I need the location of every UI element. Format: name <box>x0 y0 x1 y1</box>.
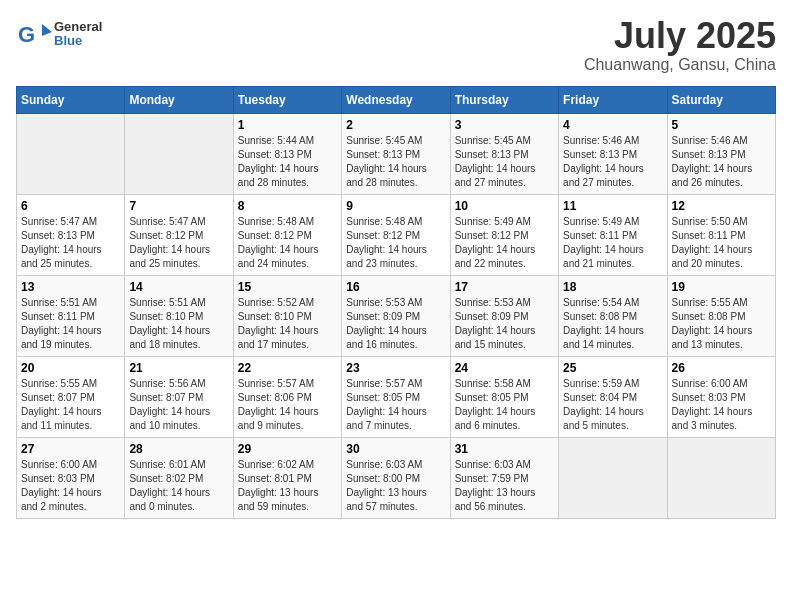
calendar-week-row: 20Sunrise: 5:55 AMSunset: 8:07 PMDayligh… <box>17 356 776 437</box>
day-info: Sunrise: 5:53 AMSunset: 8:09 PMDaylight:… <box>455 296 554 352</box>
day-number: 27 <box>21 442 120 456</box>
day-info: Sunrise: 5:47 AMSunset: 8:12 PMDaylight:… <box>129 215 228 271</box>
day-info: Sunrise: 5:56 AMSunset: 8:07 PMDaylight:… <box>129 377 228 433</box>
calendar-cell: 22Sunrise: 5:57 AMSunset: 8:06 PMDayligh… <box>233 356 341 437</box>
calendar-cell: 25Sunrise: 5:59 AMSunset: 8:04 PMDayligh… <box>559 356 667 437</box>
day-info: Sunrise: 5:45 AMSunset: 8:13 PMDaylight:… <box>455 134 554 190</box>
calendar-cell: 5Sunrise: 5:46 AMSunset: 8:13 PMDaylight… <box>667 113 775 194</box>
logo-icon: G <box>16 16 52 52</box>
day-number: 16 <box>346 280 445 294</box>
day-number: 30 <box>346 442 445 456</box>
calendar-cell: 29Sunrise: 6:02 AMSunset: 8:01 PMDayligh… <box>233 437 341 518</box>
day-number: 25 <box>563 361 662 375</box>
day-info: Sunrise: 6:00 AMSunset: 8:03 PMDaylight:… <box>672 377 771 433</box>
day-info: Sunrise: 6:02 AMSunset: 8:01 PMDaylight:… <box>238 458 337 514</box>
calendar-cell: 8Sunrise: 5:48 AMSunset: 8:12 PMDaylight… <box>233 194 341 275</box>
day-info: Sunrise: 5:49 AMSunset: 8:11 PMDaylight:… <box>563 215 662 271</box>
day-number: 8 <box>238 199 337 213</box>
svg-marker-2 <box>42 24 52 36</box>
weekday-header: Saturday <box>667 86 775 113</box>
day-number: 2 <box>346 118 445 132</box>
calendar-cell: 30Sunrise: 6:03 AMSunset: 8:00 PMDayligh… <box>342 437 450 518</box>
weekday-header: Friday <box>559 86 667 113</box>
calendar-cell: 23Sunrise: 5:57 AMSunset: 8:05 PMDayligh… <box>342 356 450 437</box>
day-info: Sunrise: 5:52 AMSunset: 8:10 PMDaylight:… <box>238 296 337 352</box>
calendar-week-row: 27Sunrise: 6:00 AMSunset: 8:03 PMDayligh… <box>17 437 776 518</box>
day-info: Sunrise: 5:46 AMSunset: 8:13 PMDaylight:… <box>563 134 662 190</box>
day-number: 9 <box>346 199 445 213</box>
calendar-cell: 27Sunrise: 6:00 AMSunset: 8:03 PMDayligh… <box>17 437 125 518</box>
calendar-cell <box>17 113 125 194</box>
day-info: Sunrise: 6:03 AMSunset: 8:00 PMDaylight:… <box>346 458 445 514</box>
calendar-cell: 31Sunrise: 6:03 AMSunset: 7:59 PMDayligh… <box>450 437 558 518</box>
calendar-cell: 13Sunrise: 5:51 AMSunset: 8:11 PMDayligh… <box>17 275 125 356</box>
title-block: July 2025 Chuanwang, Gansu, China <box>584 16 776 74</box>
day-number: 31 <box>455 442 554 456</box>
calendar-cell: 18Sunrise: 5:54 AMSunset: 8:08 PMDayligh… <box>559 275 667 356</box>
day-info: Sunrise: 5:54 AMSunset: 8:08 PMDaylight:… <box>563 296 662 352</box>
day-info: Sunrise: 5:58 AMSunset: 8:05 PMDaylight:… <box>455 377 554 433</box>
day-number: 20 <box>21 361 120 375</box>
day-info: Sunrise: 5:57 AMSunset: 8:06 PMDaylight:… <box>238 377 337 433</box>
calendar-cell: 1Sunrise: 5:44 AMSunset: 8:13 PMDaylight… <box>233 113 341 194</box>
day-number: 28 <box>129 442 228 456</box>
calendar-cell <box>125 113 233 194</box>
day-number: 23 <box>346 361 445 375</box>
day-info: Sunrise: 5:49 AMSunset: 8:12 PMDaylight:… <box>455 215 554 271</box>
day-info: Sunrise: 5:51 AMSunset: 8:10 PMDaylight:… <box>129 296 228 352</box>
calendar-week-row: 13Sunrise: 5:51 AMSunset: 8:11 PMDayligh… <box>17 275 776 356</box>
calendar-cell: 2Sunrise: 5:45 AMSunset: 8:13 PMDaylight… <box>342 113 450 194</box>
weekday-header: Thursday <box>450 86 558 113</box>
day-number: 18 <box>563 280 662 294</box>
calendar-cell: 14Sunrise: 5:51 AMSunset: 8:10 PMDayligh… <box>125 275 233 356</box>
calendar-cell: 6Sunrise: 5:47 AMSunset: 8:13 PMDaylight… <box>17 194 125 275</box>
calendar-cell: 11Sunrise: 5:49 AMSunset: 8:11 PMDayligh… <box>559 194 667 275</box>
day-number: 6 <box>21 199 120 213</box>
calendar-cell: 3Sunrise: 5:45 AMSunset: 8:13 PMDaylight… <box>450 113 558 194</box>
day-number: 19 <box>672 280 771 294</box>
day-number: 3 <box>455 118 554 132</box>
day-number: 12 <box>672 199 771 213</box>
calendar-cell: 4Sunrise: 5:46 AMSunset: 8:13 PMDaylight… <box>559 113 667 194</box>
day-number: 11 <box>563 199 662 213</box>
day-number: 5 <box>672 118 771 132</box>
calendar-cell: 9Sunrise: 5:48 AMSunset: 8:12 PMDaylight… <box>342 194 450 275</box>
day-number: 7 <box>129 199 228 213</box>
day-number: 4 <box>563 118 662 132</box>
day-info: Sunrise: 5:53 AMSunset: 8:09 PMDaylight:… <box>346 296 445 352</box>
day-info: Sunrise: 5:48 AMSunset: 8:12 PMDaylight:… <box>238 215 337 271</box>
weekday-header: Sunday <box>17 86 125 113</box>
day-info: Sunrise: 5:45 AMSunset: 8:13 PMDaylight:… <box>346 134 445 190</box>
weekday-header: Monday <box>125 86 233 113</box>
calendar-week-row: 1Sunrise: 5:44 AMSunset: 8:13 PMDaylight… <box>17 113 776 194</box>
page-header: G General Blue July 2025 Chuanwang, Gans… <box>16 16 776 74</box>
day-info: Sunrise: 6:01 AMSunset: 8:02 PMDaylight:… <box>129 458 228 514</box>
day-number: 24 <box>455 361 554 375</box>
calendar-cell: 7Sunrise: 5:47 AMSunset: 8:12 PMDaylight… <box>125 194 233 275</box>
day-info: Sunrise: 5:51 AMSunset: 8:11 PMDaylight:… <box>21 296 120 352</box>
svg-text:G: G <box>18 22 35 47</box>
day-info: Sunrise: 5:55 AMSunset: 8:08 PMDaylight:… <box>672 296 771 352</box>
calendar-table: SundayMondayTuesdayWednesdayThursdayFrid… <box>16 86 776 519</box>
calendar-title: July 2025 <box>584 16 776 56</box>
day-info: Sunrise: 5:59 AMSunset: 8:04 PMDaylight:… <box>563 377 662 433</box>
calendar-week-row: 6Sunrise: 5:47 AMSunset: 8:13 PMDaylight… <box>17 194 776 275</box>
day-number: 22 <box>238 361 337 375</box>
calendar-cell: 21Sunrise: 5:56 AMSunset: 8:07 PMDayligh… <box>125 356 233 437</box>
day-number: 17 <box>455 280 554 294</box>
logo: G General Blue <box>16 16 102 52</box>
weekday-header: Tuesday <box>233 86 341 113</box>
day-number: 15 <box>238 280 337 294</box>
calendar-cell: 17Sunrise: 5:53 AMSunset: 8:09 PMDayligh… <box>450 275 558 356</box>
day-info: Sunrise: 6:00 AMSunset: 8:03 PMDaylight:… <box>21 458 120 514</box>
calendar-cell: 16Sunrise: 5:53 AMSunset: 8:09 PMDayligh… <box>342 275 450 356</box>
day-info: Sunrise: 6:03 AMSunset: 7:59 PMDaylight:… <box>455 458 554 514</box>
calendar-cell: 15Sunrise: 5:52 AMSunset: 8:10 PMDayligh… <box>233 275 341 356</box>
day-info: Sunrise: 5:48 AMSunset: 8:12 PMDaylight:… <box>346 215 445 271</box>
day-number: 1 <box>238 118 337 132</box>
day-info: Sunrise: 5:44 AMSunset: 8:13 PMDaylight:… <box>238 134 337 190</box>
calendar-cell <box>559 437 667 518</box>
logo-general: General <box>54 20 102 34</box>
calendar-cell: 12Sunrise: 5:50 AMSunset: 8:11 PMDayligh… <box>667 194 775 275</box>
logo-blue: Blue <box>54 34 102 48</box>
